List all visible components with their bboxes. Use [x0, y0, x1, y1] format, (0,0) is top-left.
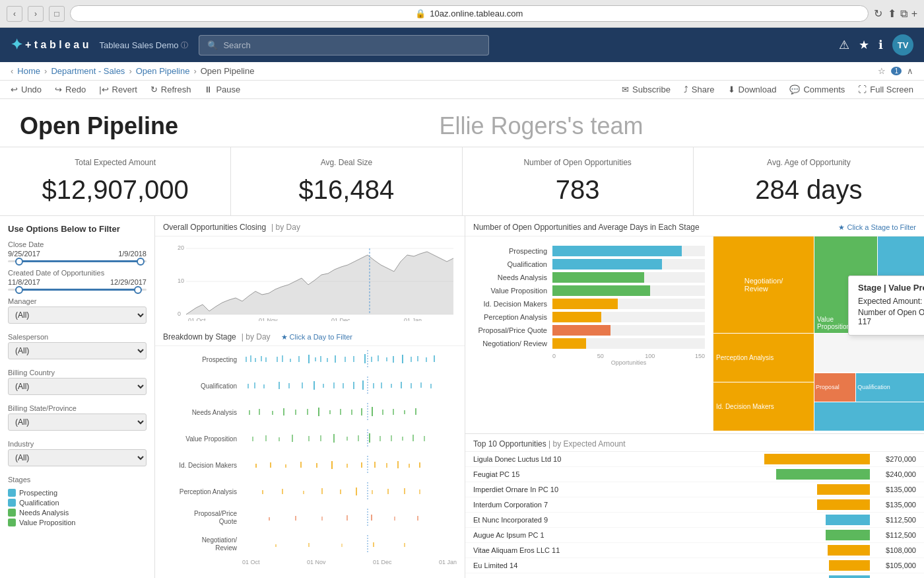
star-icon[interactable]: ★	[859, 38, 869, 52]
subscribe-icon: ✉	[622, 85, 629, 94]
top10-name: Augue Ac Ipsum PC 1	[473, 531, 764, 539]
svg-rect-52	[391, 384, 392, 388]
svg-rect-91	[255, 464, 257, 468]
breadcrumb-pipeline1[interactable]: Open Pipeline	[136, 66, 190, 76]
subscribe-button[interactable]: ✉ Subscribe	[622, 85, 671, 94]
treemap-qualification[interactable]: Qualification	[856, 373, 924, 402]
svg-rect-102	[409, 464, 410, 468]
svg-rect-121	[394, 517, 395, 521]
created-date-slider[interactable]	[8, 289, 147, 291]
warning-icon[interactable]: ⚠	[839, 38, 849, 52]
svg-rect-97	[346, 464, 348, 468]
billing-country-select[interactable]: (All)	[8, 378, 147, 395]
treemap-prospecting[interactable]	[814, 402, 924, 431]
refresh-button[interactable]: ↻ Refresh	[150, 85, 191, 94]
pipeline-title: Open Pipeline	[20, 112, 178, 140]
svg-rect-101	[397, 461, 399, 468]
treemap-empty	[814, 334, 924, 373]
legend-dot-needs-analysis	[8, 509, 16, 517]
pause-button[interactable]: ⏸ Pause	[204, 85, 240, 94]
treemap-id-decision[interactable]: Id. Decision Makers	[713, 382, 814, 431]
treemap-perception[interactable]: Perception Analysis	[713, 334, 814, 382]
svg-rect-36	[434, 355, 435, 362]
forward-button[interactable]: ›	[28, 6, 44, 22]
bookmark-icon[interactable]: ☆	[878, 66, 886, 76]
top10-bar	[826, 530, 870, 540]
back-button[interactable]: ‹	[7, 6, 22, 22]
salesperson-select[interactable]: (All)	[8, 342, 147, 359]
kpi-total-expected: Total Expected Amount $12,907,000	[0, 147, 231, 215]
billing-state-select[interactable]: (All)	[8, 414, 147, 431]
share-button[interactable]: ⤴ Share	[684, 85, 715, 94]
top10-value: $135,000	[870, 486, 916, 493]
click-day-filter[interactable]: ★ Click a Day to Filter	[281, 333, 352, 342]
search-bar[interactable]: 🔍 Search	[199, 35, 489, 55]
top10-bar	[828, 545, 870, 556]
revert-button[interactable]: |↩ Revert	[99, 85, 137, 94]
hbar-row-proposal: Proposal/Price Quote	[473, 325, 705, 336]
tableau-logo-icon: ✦	[11, 36, 22, 54]
top10-row: Augue Ac Ipsum PC 1 $112,500	[465, 528, 924, 543]
reload-button[interactable]: ↻	[874, 7, 882, 20]
click-stage-filter[interactable]: ★ Click a Stage to Filter	[838, 223, 916, 232]
breakdown-chart-negotiation	[242, 535, 457, 554]
svg-rect-65	[329, 410, 331, 414]
industry-label: Industry	[8, 440, 147, 448]
share-icon: ⤴	[684, 85, 688, 94]
hbar-row-negotiation: Negotiation/ Review	[473, 338, 705, 349]
top10-row: Feugiat PC 15 $240,000	[465, 467, 924, 482]
svg-rect-88	[412, 435, 414, 441]
top10-bar	[817, 484, 870, 495]
treemap-negotiation[interactable]: Negotiation/Review	[713, 236, 814, 333]
share-browser-button[interactable]: ⬆	[888, 7, 896, 20]
close-date-range: 9/25/2017 1/9/2018	[8, 250, 147, 258]
legend-dot-qualification	[8, 499, 16, 507]
top10-row: Interdum Corporation 7 $135,000	[465, 497, 924, 513]
svg-rect-67	[351, 410, 352, 415]
breadcrumb-back[interactable]: ‹	[11, 66, 13, 76]
top10-name: Eu Limited 14	[473, 561, 764, 569]
svg-text:0: 0	[178, 310, 181, 317]
tableau-header: ✦ + t a b l e a u Tableau Sales Demo ⓘ 🔍…	[0, 28, 924, 62]
breakdown-label-perception: Perception Analysis	[163, 488, 242, 495]
avatar[interactable]: TV	[892, 34, 913, 55]
svg-text:01 Jan: 01 Jan	[404, 317, 422, 321]
top10-name: Feugiat PC 15	[473, 470, 764, 478]
breadcrumb-dept[interactable]: Department - Sales	[51, 66, 125, 76]
svg-rect-53	[401, 382, 402, 388]
undo-icon: ↩	[11, 85, 18, 94]
kpi-label-avg-age: Avg. Age of Opportunity	[704, 158, 913, 167]
download-button[interactable]: ⬇ Download	[728, 85, 777, 94]
svg-rect-41	[279, 382, 280, 389]
info-icon[interactable]: ℹ	[878, 38, 883, 52]
top10-name: Ligula Donec Luctus Ltd 10	[473, 455, 764, 463]
address-bar[interactable]: 🔒 10az.online.tableau.com	[70, 5, 869, 22]
svg-rect-70	[382, 410, 383, 415]
hbar-row-id-decision: Id. Decision Makers	[473, 299, 705, 309]
treemap-proposal[interactable]: Proposal	[814, 373, 856, 402]
industry-select[interactable]: (All)	[8, 449, 147, 466]
svg-rect-71	[393, 409, 394, 415]
window-button[interactable]: □	[49, 6, 65, 22]
manager-select[interactable]: (All)	[8, 307, 147, 324]
breadcrumb-home[interactable]: Home	[17, 66, 40, 76]
redo-button[interactable]: ↪ Redo	[55, 85, 86, 94]
top10-bar	[829, 575, 870, 578]
close-date-slider[interactable]	[8, 260, 147, 262]
hbar-chart: Prospecting Qualification	[465, 236, 713, 431]
svg-rect-106	[282, 489, 283, 494]
undo-button[interactable]: ↩ Undo	[11, 85, 42, 94]
breakdown-label-needs-analysis: Needs Analysis	[163, 409, 242, 416]
tab-button[interactable]: ⧉	[900, 7, 908, 20]
new-tab-button[interactable]: +	[911, 7, 917, 20]
svg-rect-113	[404, 488, 405, 494]
tooltip-box: Stage | Value Proposition Expected Amoun…	[848, 275, 924, 336]
kpi-avg-deal: Avg. Deal Size $16,484	[231, 147, 462, 215]
svg-rect-98	[361, 462, 362, 468]
collapse-icon[interactable]: ∧	[907, 66, 913, 76]
comments-button[interactable]: 💬 Comments	[789, 85, 845, 94]
breakdown-row-proposal: Proposal/PriceQuote	[155, 505, 465, 531]
top10-list: Ligula Donec Luctus Ltd 10 $270,000 Feug…	[465, 452, 924, 578]
svg-rect-18	[290, 359, 291, 362]
fullscreen-button[interactable]: ⛶ Full Screen	[858, 85, 913, 94]
